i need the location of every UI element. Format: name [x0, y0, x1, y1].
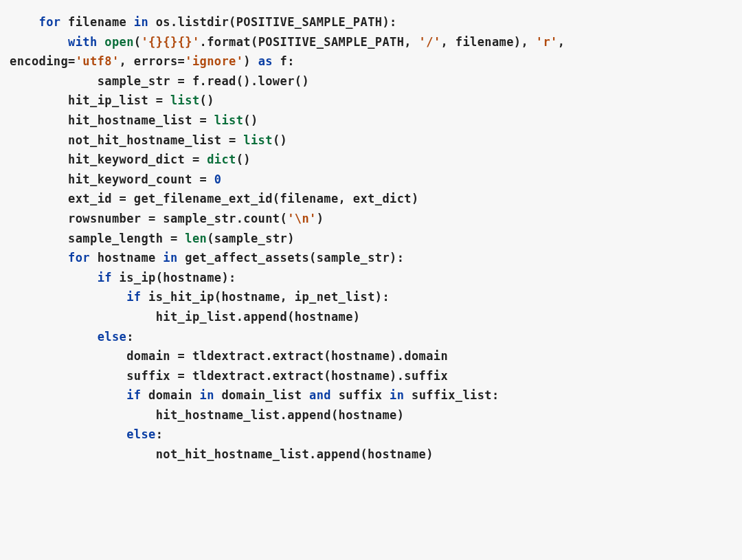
code-token: [98, 35, 105, 49]
code-token: 'utf8': [76, 54, 120, 68]
code-token: in: [163, 251, 177, 265]
indent: [10, 15, 39, 29]
code-line: else:: [10, 425, 732, 445]
code-line: if domain in domain_list and suffix in s…: [10, 385, 732, 405]
code-token: hit_ip_list =: [68, 93, 170, 107]
indent: [10, 93, 68, 107]
code-token: suffix = tldextract.extract(hostname).su…: [126, 369, 448, 383]
code-line: sample_length = len(sample_str): [10, 229, 732, 249]
code-line: hit_ip_list = list(): [10, 91, 732, 111]
code-token: is_ip(hostname):: [112, 271, 236, 284]
code-line: for filename in os.listdir(POSITIVE_SAMP…: [10, 12, 732, 32]
code-line: else:: [10, 327, 732, 347]
indent: [10, 388, 126, 402]
code-token: (): [200, 93, 214, 107]
code-token: 'ignore': [185, 54, 243, 68]
code-token: domain = tldextract.extract(hostname).do…: [126, 349, 448, 363]
code-token: 'r': [536, 35, 558, 49]
code-line: encoding='utf8', errors='ignore') as f:: [10, 52, 732, 71]
code-token: ): [317, 212, 324, 225]
code-token: dict: [207, 153, 236, 166]
code-token: for: [68, 251, 90, 265]
code-token: in: [390, 388, 404, 402]
code-token: list: [243, 133, 273, 147]
code-token: (): [273, 133, 287, 147]
code-token: if: [98, 271, 112, 284]
code-line: sample_str = f.read().lower(): [10, 71, 732, 91]
code-token: filename: [60, 15, 133, 29]
code-token: os.listdir(POSITIVE_SAMPLE_PATH):: [148, 15, 397, 29]
code-token: '\n': [287, 212, 317, 225]
code-token: (sample_str): [207, 232, 295, 245]
code-line: not_hit_hostname_list = list(): [10, 131, 732, 150]
code-line: suffix = tldextract.extract(hostname).su…: [10, 366, 732, 386]
code-token: in: [200, 388, 214, 402]
code-token: (): [243, 113, 258, 127]
code-token: for: [39, 15, 61, 29]
code-token: sample_length =: [68, 232, 185, 245]
code-token: ext_id = get_filename_ext_id(filename, e…: [68, 192, 418, 205]
indent: [10, 192, 68, 205]
code-line: not_hit_hostname_list.append(hostname): [10, 445, 732, 464]
code-line: rowsnumber = sample_str.count('\n'): [10, 209, 732, 229]
indent: [10, 172, 68, 186]
code-line: if is_ip(hostname):: [10, 268, 732, 288]
code-token: domain: [141, 388, 199, 402]
code-token: f:: [273, 54, 295, 68]
indent: [10, 113, 68, 127]
code-block: for filename in os.listdir(POSITIVE_SAMP…: [0, 0, 742, 464]
code-token: list: [170, 93, 200, 107]
indent: [10, 74, 98, 88]
code-line: with open('{}{}{}'.format(POSITIVE_SAMPL…: [10, 32, 732, 52]
code-token: in: [134, 15, 148, 29]
code-token: not_hit_hostname_list =: [68, 133, 243, 147]
code-line: domain = tldextract.extract(hostname).do…: [10, 346, 732, 366]
indent: [10, 251, 68, 265]
indent: [10, 35, 68, 49]
code-line: hit_keyword_count = 0: [10, 170, 732, 190]
code-token: '/': [419, 35, 441, 49]
code-token: get_affect_assets(sample_str):: [178, 251, 405, 265]
code-token: :: [156, 427, 164, 441]
code-token: rowsnumber = sample_str.count(: [68, 212, 287, 225]
code-token: sample_str = f.read().lower(): [98, 74, 309, 88]
code-token: as: [258, 54, 273, 68]
code-token: list: [214, 113, 244, 127]
code-token: encoding=: [10, 54, 76, 68]
code-line: hit_hostname_list.append(hostname): [10, 405, 732, 425]
code-token: , errors=: [120, 54, 186, 68]
code-line: for hostname in get_affect_assets(sample…: [10, 248, 732, 268]
code-token: is_hit_ip(hostname, ip_net_list):: [141, 290, 390, 304]
code-token: ): [243, 54, 258, 68]
code-token: else: [98, 330, 127, 344]
indent: [10, 212, 68, 225]
code-token: hit_keyword_dict =: [68, 153, 207, 166]
code-line: if is_hit_ip(hostname, ip_net_list):: [10, 287, 732, 307]
code-line: hit_hostname_list = list(): [10, 111, 732, 131]
code-token: hostname: [90, 251, 163, 265]
code-line: hit_ip_list.append(hostname): [10, 307, 732, 327]
code-token: hit_hostname_list =: [68, 113, 214, 127]
code-token: suffix_list:: [404, 388, 499, 402]
code-token: len: [185, 232, 207, 245]
code-token: domain_list: [214, 388, 309, 402]
code-token: else: [126, 427, 156, 441]
code-token: hit_hostname_list.append(hostname): [156, 408, 405, 422]
code-token: :: [126, 330, 134, 344]
indent: [10, 290, 126, 304]
code-line: hit_keyword_dict = dict(): [10, 150, 732, 170]
indent: [10, 408, 156, 422]
code-token: and: [309, 388, 331, 402]
code-token: 0: [214, 172, 222, 186]
code-token: if: [126, 388, 141, 402]
code-token: hit_ip_list.append(hostname): [156, 310, 361, 324]
indent: [10, 232, 68, 245]
code-token: open: [104, 35, 134, 49]
code-token: (): [236, 153, 251, 166]
code-token: (: [134, 35, 142, 49]
code-token: suffix: [331, 388, 390, 402]
code-token: if: [126, 290, 141, 304]
indent: [10, 330, 98, 344]
indent: [10, 447, 156, 461]
code-token: '{}{}{}': [141, 35, 199, 49]
